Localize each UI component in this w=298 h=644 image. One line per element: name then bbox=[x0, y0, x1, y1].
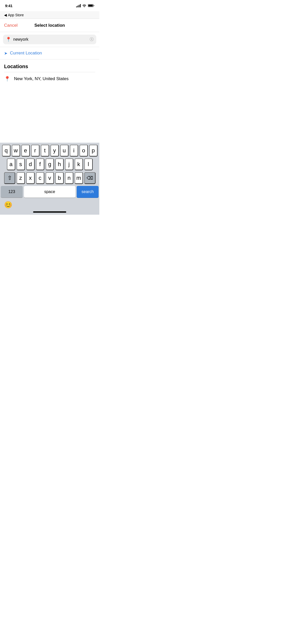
locations-section: Locations 📍 New York, NY, United States bbox=[0, 60, 99, 87]
pin-icon: 📍 bbox=[6, 37, 11, 42]
search-input[interactable] bbox=[13, 37, 88, 42]
status-bar: 9:41 bbox=[0, 0, 99, 11]
signal-icon bbox=[76, 4, 81, 7]
key-r[interactable]: r bbox=[31, 145, 39, 156]
keyboard: q w e r t y u i o p a s d f g h j k l ⇧ … bbox=[0, 143, 99, 215]
key-x[interactable]: x bbox=[26, 172, 35, 184]
key-v[interactable]: v bbox=[46, 172, 54, 184]
key-s[interactable]: s bbox=[17, 158, 25, 170]
status-time: 9:41 bbox=[5, 4, 12, 8]
key-g[interactable]: g bbox=[46, 158, 54, 170]
battery-icon bbox=[88, 4, 94, 7]
home-indicator bbox=[33, 211, 66, 213]
back-nav[interactable]: ◀ App Store bbox=[0, 11, 99, 19]
key-m[interactable]: m bbox=[75, 172, 83, 184]
key-k[interactable]: k bbox=[75, 158, 83, 170]
key-e[interactable]: e bbox=[21, 145, 30, 156]
back-label: App Store bbox=[8, 13, 24, 17]
emoji-button[interactable]: 😊 bbox=[4, 201, 12, 209]
key-q[interactable]: q bbox=[2, 145, 10, 156]
keyboard-rows: q w e r t y u i o p a s d f g h j k l ⇧ … bbox=[0, 143, 99, 185]
search-field[interactable]: 📍 Ⓧ bbox=[3, 35, 96, 44]
current-location-label: Current Location bbox=[10, 51, 42, 56]
search-label: search bbox=[82, 189, 94, 194]
keyboard-bottom-row: 123 space search bbox=[0, 185, 99, 199]
key-n[interactable]: n bbox=[65, 172, 73, 184]
status-icons bbox=[76, 4, 94, 7]
page-title: Select location bbox=[34, 23, 65, 28]
key-d[interactable]: d bbox=[26, 158, 35, 170]
location-arrow-icon: ➤ bbox=[4, 51, 7, 56]
location-pin-icon: 📍 bbox=[4, 76, 10, 82]
svg-rect-1 bbox=[88, 5, 93, 7]
space-label: space bbox=[44, 189, 55, 194]
key-row-2: a s d f g h j k l bbox=[1, 158, 99, 170]
search-button[interactable]: search bbox=[77, 186, 99, 198]
key-row-3: ⇧ z x c v b n m ⌫ bbox=[1, 172, 99, 184]
key-p[interactable]: p bbox=[89, 145, 98, 156]
key-a[interactable]: a bbox=[7, 158, 15, 170]
emoji-row: 😊 bbox=[0, 199, 99, 210]
key-b[interactable]: b bbox=[55, 172, 64, 184]
key-f[interactable]: f bbox=[36, 158, 44, 170]
home-indicator-wrap bbox=[0, 210, 99, 215]
space-button[interactable]: space bbox=[24, 186, 75, 198]
key-o[interactable]: o bbox=[79, 145, 88, 156]
key-c[interactable]: c bbox=[36, 172, 44, 184]
search-field-wrap: 📍 Ⓧ bbox=[0, 32, 99, 47]
number-mode-button[interactable]: 123 bbox=[1, 186, 23, 198]
key-l[interactable]: l bbox=[84, 158, 93, 170]
list-item[interactable]: 📍 New York, NY, United States bbox=[4, 72, 95, 85]
key-z[interactable]: z bbox=[17, 172, 25, 184]
key-w[interactable]: w bbox=[12, 145, 20, 156]
key-j[interactable]: j bbox=[65, 158, 73, 170]
key-row-1: q w e r t y u i o p bbox=[1, 145, 99, 156]
key-u[interactable]: u bbox=[60, 145, 69, 156]
header: Cancel Select location bbox=[0, 19, 99, 32]
locations-heading: Locations bbox=[4, 64, 95, 69]
back-arrow-icon: ◀ bbox=[4, 13, 7, 17]
shift-button[interactable]: ⇧ bbox=[4, 172, 15, 184]
number-mode-label: 123 bbox=[8, 189, 15, 194]
wifi-icon bbox=[82, 4, 86, 7]
current-location-row[interactable]: ➤ Current Location bbox=[0, 47, 99, 60]
key-i[interactable]: i bbox=[70, 145, 78, 156]
key-h[interactable]: h bbox=[55, 158, 64, 170]
delete-button[interactable]: ⌫ bbox=[84, 172, 96, 184]
key-t[interactable]: t bbox=[41, 145, 49, 156]
key-y[interactable]: y bbox=[50, 145, 59, 156]
clear-button[interactable]: Ⓧ bbox=[90, 37, 94, 42]
cancel-button[interactable]: Cancel bbox=[4, 23, 18, 28]
location-item-text: New York, NY, United States bbox=[14, 76, 69, 81]
